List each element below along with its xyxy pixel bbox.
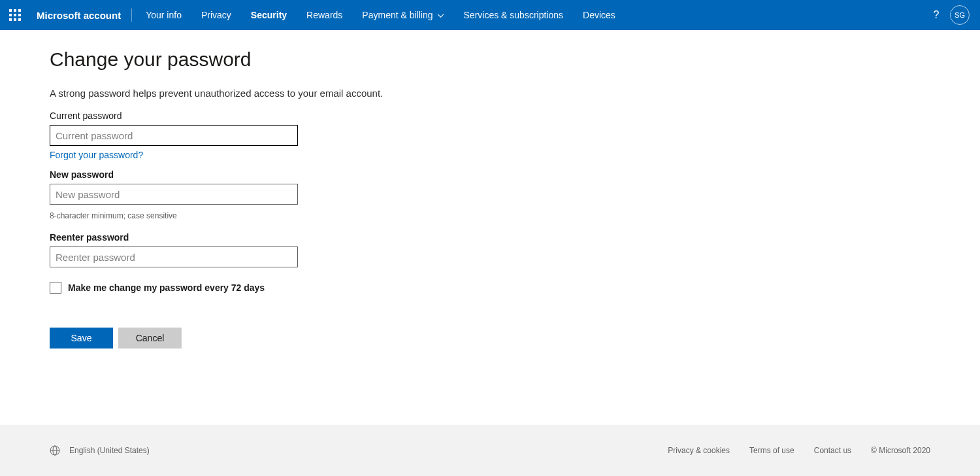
footer-copyright: © Microsoft 2020 — [871, 446, 930, 455]
nav-label: Your info — [146, 10, 182, 20]
top-nav: Microsoft account Your info Privacy Secu… — [0, 0, 980, 30]
current-password-input[interactable] — [50, 125, 298, 146]
nav-your-info[interactable]: Your info — [136, 0, 191, 30]
footer-link-contact[interactable]: Contact us — [814, 446, 851, 455]
expiry-checkbox-label: Make me change my password every 72 days — [68, 282, 265, 293]
nav-label: Privacy — [201, 10, 231, 20]
new-password-input[interactable] — [50, 184, 298, 205]
reenter-password-label: Reenter password — [50, 232, 980, 243]
nav-devices[interactable]: Devices — [573, 0, 625, 30]
help-icon: ? — [934, 9, 939, 21]
reenter-password-block: Reenter password — [50, 232, 980, 267]
footer-link-privacy[interactable]: Privacy & cookies — [668, 446, 730, 455]
current-password-label: Current password — [50, 110, 980, 121]
chevron-down-icon — [437, 10, 444, 20]
nav-label: Security — [251, 10, 287, 20]
new-password-label: New password — [50, 169, 980, 180]
footer-right: Privacy & cookies Terms of use Contact u… — [668, 446, 930, 455]
new-password-block: New password 8-character minimum; case s… — [50, 169, 980, 220]
page-subtitle: A strong password helps prevent unauthor… — [50, 88, 980, 99]
avatar[interactable]: SG — [950, 5, 970, 25]
footer-link-terms[interactable]: Terms of use — [749, 446, 794, 455]
app-launcher-button[interactable] — [0, 0, 30, 30]
nav-rewards[interactable]: Rewards — [297, 0, 352, 30]
avatar-initials: SG — [955, 11, 965, 19]
current-password-block: Current password Forgot your password? — [50, 110, 980, 160]
nav-label: Rewards — [306, 10, 342, 20]
help-button[interactable]: ? — [925, 0, 947, 30]
nav-payment-billing[interactable]: Payment & billing — [352, 0, 453, 30]
cancel-button[interactable]: Cancel — [118, 328, 182, 348]
nav-label: Services & subscriptions — [464, 10, 564, 20]
footer-language-link[interactable]: English (United States) — [69, 446, 150, 455]
waffle-icon — [9, 9, 21, 21]
save-button[interactable]: Save — [50, 328, 113, 348]
nav-privacy[interactable]: Privacy — [191, 0, 241, 30]
footer: English (United States) Privacy & cookie… — [0, 425, 980, 476]
globe-icon — [50, 445, 60, 456]
main-content: Change your password A strong password h… — [0, 30, 980, 425]
brand-label[interactable]: Microsoft account — [30, 8, 132, 22]
nav-label: Devices — [583, 10, 615, 20]
expiry-checkbox-row: Make me change my password every 72 days — [50, 282, 980, 294]
nav-services-subscriptions[interactable]: Services & subscriptions — [454, 0, 574, 30]
new-password-hint: 8-character minimum; case sensitive — [50, 211, 980, 220]
nav-label: Payment & billing — [362, 10, 433, 20]
forgot-password-link[interactable]: Forgot your password? — [50, 150, 143, 160]
expiry-checkbox[interactable] — [50, 282, 61, 294]
page-title: Change your password — [50, 48, 980, 71]
button-row: Save Cancel — [50, 328, 980, 348]
reenter-password-input[interactable] — [50, 246, 298, 267]
nav-items: Your info Privacy Security Rewards Payme… — [136, 0, 625, 30]
nav-security[interactable]: Security — [241, 0, 297, 30]
